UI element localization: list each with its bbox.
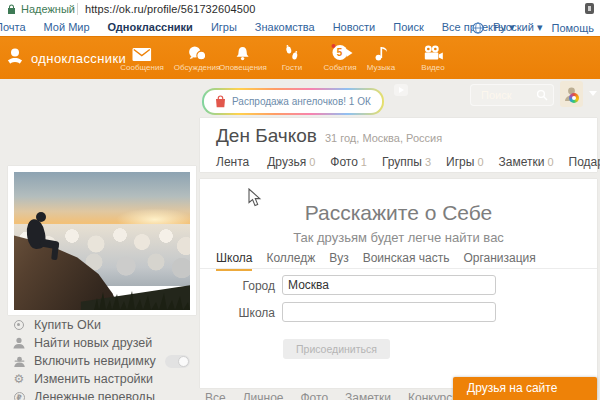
nav-music[interactable]: Музыка <box>367 44 395 72</box>
divider <box>200 268 597 269</box>
filter-all[interactable]: Все <box>205 391 226 400</box>
browser-menu-icon[interactable] <box>585 3 594 14</box>
profile-photo[interactable] <box>14 172 190 310</box>
chevron-down-icon[interactable] <box>589 91 597 96</box>
invisibility-toggle[interactable] <box>165 355 190 368</box>
sidebar-item-find-friends[interactable]: Найти новых друзей <box>8 334 196 352</box>
school-field[interactable] <box>282 302 496 322</box>
filter-personal[interactable]: Личное <box>243 391 284 400</box>
url-text[interactable]: https://ok.ru/profile/561732604500 <box>85 3 255 15</box>
help-link[interactable]: Помощь <box>552 22 595 34</box>
sidebar-item-settings[interactable]: ⚙ Изменить настройки <box>8 370 196 388</box>
header-search <box>470 84 554 106</box>
ruble-icon: ₽ <box>12 390 26 400</box>
tab-gifts[interactable]: Подарки <box>569 155 600 169</box>
about-subtitle: Так друзьям будет легче найти вас <box>200 230 597 245</box>
services-list: Почта Мой Мир Одноклассники Игры Знакомс… <box>0 21 524 34</box>
nav-messages[interactable]: Сообщения <box>120 44 163 72</box>
tab-games[interactable]: Игры0 <box>446 155 483 169</box>
screen: Надежный https://ok.ru/profile/561732604… <box>0 0 600 400</box>
nav-notifications[interactable]: Оповещения <box>219 44 267 72</box>
coin-icon <box>12 318 26 332</box>
divider <box>77 3 78 15</box>
friends-online-button[interactable]: Друзья на сайте <box>453 377 597 400</box>
nav-events[interactable]: 5 События <box>323 44 356 72</box>
profile-header-card: Ден Бачков 31 год, Москва, Россия Лента … <box>200 118 597 172</box>
filter-photo[interactable]: Фото <box>301 391 329 400</box>
tab-groups[interactable]: Группы3 <box>382 155 431 169</box>
promo-banner[interactable]: Распродажа ангелочков! 1 ОК <box>202 88 384 115</box>
notification-dot <box>331 44 335 48</box>
music-play-icon[interactable] <box>394 84 408 96</box>
service-dating[interactable]: Знакомства <box>246 21 324 34</box>
search-input[interactable] <box>479 88 541 102</box>
profile-tabs: Лента Друзья0 Фото1 Группы3 Игры0 Заметк… <box>216 155 600 169</box>
envelope-icon <box>120 44 163 61</box>
sidebar-item-money-transfers[interactable]: ₽ Денежные переводы <box>8 388 196 400</box>
bell-icon <box>219 44 267 61</box>
shopping-bag-icon <box>215 95 226 108</box>
ok-header: одноклассники Сообщения Обсуждения Опове… <box>0 36 600 79</box>
search-icon[interactable] <box>536 89 548 101</box>
service-news[interactable]: Новости <box>324 21 385 34</box>
video-camera-icon <box>421 44 444 61</box>
lock-icon <box>7 4 16 15</box>
events-coin-icon: 5 <box>323 44 356 61</box>
invisibility-icon <box>12 354 26 368</box>
mouse-cursor <box>248 188 262 208</box>
chat-bubbles-icon <box>174 44 221 61</box>
add-friend-icon <box>12 336 26 350</box>
profile-meta: 31 год, Москва, Россия <box>325 132 442 144</box>
security-label: Надежный <box>21 3 75 15</box>
gear-icon: ⚙ <box>12 372 26 386</box>
ok-logo-icon[interactable] <box>3 46 27 70</box>
brand-text[interactable]: одноклассники <box>31 51 126 66</box>
photo-grass <box>94 288 190 310</box>
school-label: Школа <box>200 306 275 320</box>
services-right: Русский ▾ Помощь <box>472 21 594 34</box>
sidebar-item-buy-oks[interactable]: Купить ОКи <box>8 316 196 334</box>
browser-address-bar: Надежный https://ok.ru/profile/561732604… <box>0 0 600 20</box>
footprints-icon <box>282 44 302 61</box>
tab-feed[interactable]: Лента <box>216 155 252 169</box>
service-odnoklassniki[interactable]: Одноклассники <box>99 21 202 34</box>
service-search[interactable]: Поиск <box>384 21 432 34</box>
service-mail[interactable]: Почта <box>0 21 35 34</box>
page-title: Ден Бачков <box>216 125 317 147</box>
globe-icon <box>472 22 484 34</box>
nav-discussions[interactable]: Обсуждения <box>174 44 221 72</box>
service-games[interactable]: Игры <box>202 21 246 34</box>
nav-guests[interactable]: Гости <box>282 44 302 72</box>
city-label: Город <box>200 279 275 293</box>
tab-notes[interactable]: Заметки0 <box>499 155 554 169</box>
sidebar-menu: Купить ОКи Найти новых друзей Включить н… <box>8 316 196 400</box>
sidebar-item-invisibility[interactable]: Включить невидимку <box>8 352 196 370</box>
services-nav: Почта Мой Мир Одноклассники Игры Знакомс… <box>0 19 600 36</box>
promo-text: Распродажа ангелочков! 1 ОК <box>232 96 371 107</box>
tab-friends[interactable]: Друзья0 <box>267 155 315 169</box>
language-selector[interactable]: Русский ▾ <box>493 21 542 34</box>
about-card: Расскажите о Себе Так друзьям будет легч… <box>200 179 597 388</box>
nav-video[interactable]: Видео <box>421 44 444 72</box>
service-moi-mir[interactable]: Мой Мир <box>35 21 99 34</box>
join-button[interactable]: Присоединиться <box>283 339 390 359</box>
music-note-icon <box>367 44 395 61</box>
tab-photos[interactable]: Фото1 <box>330 155 367 169</box>
filter-notes[interactable]: Заметки <box>345 391 391 400</box>
profile-photo-card <box>8 166 196 315</box>
rainbow-theme-icon[interactable] <box>569 93 579 103</box>
city-field[interactable] <box>282 275 496 295</box>
